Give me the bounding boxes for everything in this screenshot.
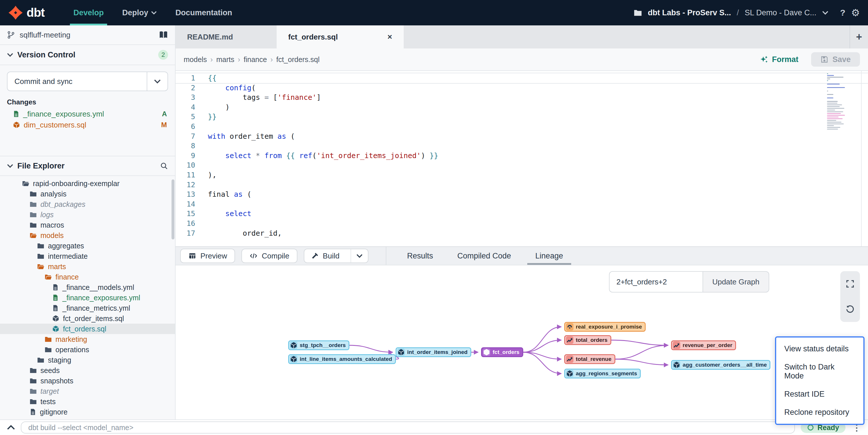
preview-button[interactable]: Preview xyxy=(180,249,235,263)
commit-options-caret[interactable] xyxy=(147,72,167,91)
file-tree-item[interactable]: fct_orders.sql xyxy=(0,324,175,334)
close-icon[interactable]: × xyxy=(374,32,392,41)
chevron-up-icon[interactable] xyxy=(7,425,15,430)
nav-link-deploy[interactable]: Deploy xyxy=(113,0,166,25)
panel-tab-results[interactable]: Results xyxy=(404,247,437,265)
breadcrumb-item[interactable]: models xyxy=(184,55,207,64)
file-tree-item[interactable]: target xyxy=(0,386,175,396)
file-tree-item[interactable]: marketing xyxy=(0,334,175,344)
code-line[interactable]: 1{{ xyxy=(176,73,868,83)
nav-link-develop[interactable]: Develop xyxy=(64,0,113,25)
file-tree-item[interactable]: macros xyxy=(0,220,175,230)
account-name[interactable]: dbt Labs - ProServ S... xyxy=(648,8,731,17)
docs-book-icon[interactable] xyxy=(159,31,168,39)
code-line[interactable]: 2 config( xyxy=(176,83,868,93)
code-line[interactable]: 6 xyxy=(176,122,868,132)
file-tree-item[interactable]: marts xyxy=(0,261,175,272)
file-tree-item[interactable]: finance xyxy=(0,272,175,282)
branch-name[interactable]: sqlfluff-meeting xyxy=(20,31,154,39)
lineage-node-int_line_items_amounts_calculated[interactable]: int_line_items_amounts_calculated xyxy=(288,354,396,364)
file-tree-item[interactable]: models xyxy=(0,230,175,241)
metric-icon xyxy=(566,336,574,344)
file-tree-item[interactable]: fct_order_items.sql xyxy=(0,313,175,324)
code-line[interactable]: 15 select xyxy=(176,209,868,219)
file-tree-item[interactable]: _finance_exposures.yml xyxy=(0,293,175,303)
breadcrumb-item[interactable]: marts xyxy=(216,55,235,64)
dbt-logo[interactable]: dbt xyxy=(8,5,44,20)
file-tree-item[interactable]: staging xyxy=(0,355,175,365)
code-line[interactable]: 12 xyxy=(176,180,868,190)
new-tab-button[interactable]: + xyxy=(849,25,868,48)
file-tree-item[interactable]: aggregates xyxy=(0,241,175,251)
save-button[interactable]: Save xyxy=(811,52,860,67)
file-tree-item[interactable]: snapshots xyxy=(0,376,175,386)
code-line[interactable]: 4 ) xyxy=(176,102,868,112)
code-line[interactable]: 16 xyxy=(176,219,868,229)
lineage-node-agg_regions_segments[interactable]: agg_regions_segments xyxy=(564,369,641,378)
command-input[interactable] xyxy=(21,422,795,434)
menu-item-view-status-details[interactable]: View status details xyxy=(776,340,863,358)
file-tree-item[interactable]: gitignore xyxy=(0,407,175,417)
editor-tab-README.md[interactable]: README.md xyxy=(176,25,277,48)
lineage-node-total_revenue[interactable]: total_revenue xyxy=(564,354,615,364)
fullscreen-icon[interactable] xyxy=(843,276,858,291)
chevron-down-icon[interactable] xyxy=(822,11,829,15)
editor-minimap[interactable] xyxy=(827,73,846,138)
menu-item-restart-ide[interactable]: Restart IDE xyxy=(776,385,863,403)
file-tree-item[interactable]: dbt_packages xyxy=(0,199,175,209)
code-line[interactable]: 3 tags = ['finance'] xyxy=(176,93,868,102)
file-tree-item[interactable]: tests xyxy=(0,396,175,407)
file-tree-item[interactable]: logs xyxy=(0,209,175,220)
panel-tab-compiled-code[interactable]: Compiled Code xyxy=(454,247,515,265)
gear-icon[interactable]: ⚙ xyxy=(851,7,860,19)
file-explorer-header[interactable]: File Explorer xyxy=(0,156,175,176)
lineage-node-fct_orders[interactable]: fct_orders xyxy=(481,347,523,357)
code-line[interactable]: 10 xyxy=(176,160,868,170)
help-icon[interactable]: ? xyxy=(840,8,845,18)
editor-tab-fct_orders.sql[interactable]: fct_orders.sql× xyxy=(277,25,404,48)
project-selector[interactable]: SL Demo - Dave C... xyxy=(745,8,816,17)
nav-link-documentation[interactable]: Documentation xyxy=(166,0,241,25)
version-control-header[interactable]: Version Control 2 xyxy=(0,45,175,65)
commit-and-sync-button[interactable]: Commit and sync xyxy=(7,71,168,91)
code-line[interactable]: 8 xyxy=(176,141,868,151)
format-button[interactable]: Format xyxy=(760,55,798,64)
file-tree-item[interactable]: intermediate xyxy=(0,251,175,261)
file-tree-item[interactable]: rapid-onboarding-exemplar xyxy=(0,178,175,189)
change-item[interactable]: _finance_exposures.ymlA xyxy=(0,108,175,120)
lineage-node-stg_tpch__orders[interactable]: stg_tpch__orders xyxy=(288,340,349,350)
lineage-node-int_order_items_joined[interactable]: int_order_items_joined xyxy=(396,347,471,357)
update-graph-button[interactable]: Update Graph xyxy=(703,271,769,293)
code-line[interactable]: 5}} xyxy=(176,112,868,122)
code-line[interactable]: 9 select * from {{ ref('int_order_items_… xyxy=(176,151,868,161)
lineage-node-agg_customer_orders__all_time[interactable]: agg_customer_orders__all_time xyxy=(671,360,770,370)
breadcrumb-item[interactable]: finance xyxy=(244,55,267,64)
tree-scrollbar[interactable] xyxy=(172,179,175,239)
code-line[interactable]: 7with order_item as ( xyxy=(176,132,868,141)
file-tree-item[interactable]: analysis xyxy=(0,189,175,199)
menu-item-switch-to-dark-mode[interactable]: Switch to Dark Mode xyxy=(776,358,863,385)
lineage-node-revenue_per_order[interactable]: revenue_per_order xyxy=(671,340,736,350)
file-tree-item[interactable]: _finance_metrics.yml xyxy=(0,303,175,313)
lineage-canvas[interactable]: stg_tpch__ordersint_line_items_amounts_c… xyxy=(176,265,868,420)
build-button[interactable]: Build xyxy=(304,249,368,263)
code-line[interactable]: 11), xyxy=(176,170,868,180)
build-options-caret[interactable] xyxy=(350,249,368,263)
code-line[interactable]: 14 xyxy=(176,199,868,209)
lineage-node-total_orders[interactable]: total_orders xyxy=(564,335,611,345)
file-tree-item[interactable]: operations xyxy=(0,344,175,355)
search-icon[interactable] xyxy=(160,162,168,170)
change-item[interactable]: dim_customers.sqlM xyxy=(0,120,175,130)
file-tree-item[interactable]: _finance__models.yml xyxy=(0,282,175,293)
compile-button[interactable]: Compile xyxy=(241,249,297,263)
breadcrumb-item[interactable]: fct_orders.sql xyxy=(276,55,320,64)
lineage-node-real_exposure_i_promise[interactable]: real_exposure_i_promise xyxy=(564,322,646,332)
menu-item-reclone-repository[interactable]: Reclone repository xyxy=(776,403,863,422)
reset-view-icon[interactable] xyxy=(843,302,858,317)
code-line[interactable]: 17 order_id, xyxy=(176,229,868,238)
code-editor[interactable]: 1{{2 config(3 tags = ['finance']4 )5}}67… xyxy=(176,71,868,246)
file-tree-item[interactable]: seeds xyxy=(0,365,175,376)
code-line[interactable]: 13final as ( xyxy=(176,190,868,199)
panel-tab-lineage[interactable]: Lineage xyxy=(532,247,566,265)
lineage-selector-input[interactable] xyxy=(609,271,703,293)
